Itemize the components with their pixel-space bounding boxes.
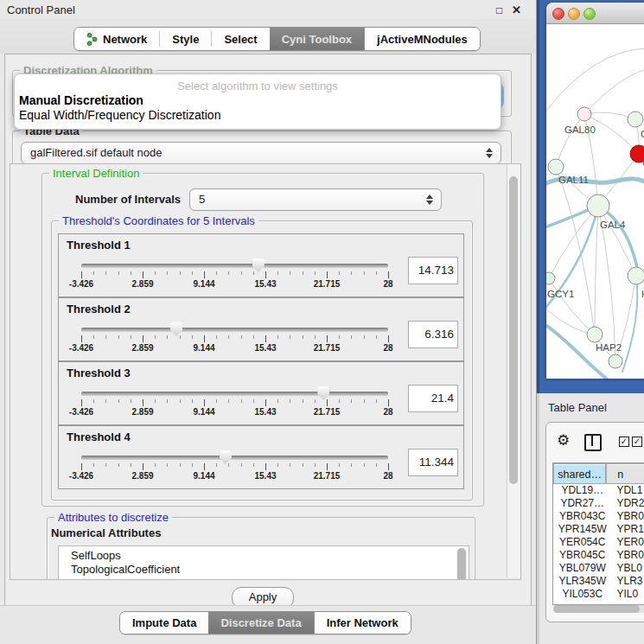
interval-definition-group: Interval Definition Number of Intervals … [41, 173, 484, 507]
threshold-1-value-field[interactable]: 14.713 [408, 257, 458, 284]
cell: YLR3 [611, 575, 644, 588]
tab-cyni-toolbox[interactable]: Cyni Toolbox [270, 28, 364, 50]
numerical-attributes-label: Numerical Attributes [51, 526, 161, 539]
table-horizontal-scrollbar[interactable] [553, 605, 644, 613]
cell: YDL19… [553, 484, 611, 497]
threshold-4-slider[interactable] [81, 456, 388, 460]
table-row[interactable]: YDL19…YDL1 [553, 484, 644, 497]
column-header-name[interactable]: n [606, 463, 644, 484]
threshold-2-label: Threshold 2 [67, 303, 131, 316]
table-row[interactable]: YBL079WYBL0 [553, 562, 644, 575]
network-icon [86, 33, 98, 46]
cell: YIL0 [611, 588, 644, 601]
threshold-2-value-field[interactable]: 6.316 [408, 321, 458, 348]
table-row[interactable]: YIL053CYIL0 [553, 588, 644, 601]
column-header-shared-name[interactable]: shared… [553, 463, 606, 484]
node-hap2[interactable] [587, 327, 603, 342]
tick-label: 21.715 [314, 279, 341, 289]
node-bottom[interactable] [609, 354, 622, 368]
tab-jactivemnodules[interactable]: jActiveMNodules [364, 28, 480, 50]
table-row[interactable]: YBR045CYBR0 [553, 549, 644, 562]
tick-label: -3.426 [69, 471, 93, 481]
threshold-3-slider-thumb[interactable] [317, 386, 329, 400]
tab-network[interactable]: Network [74, 28, 159, 50]
node-gal4[interactable] [587, 194, 609, 217]
table-row[interactable]: YLR345WYLR3 [553, 575, 644, 588]
settings-vertical-scrollbar[interactable] [507, 164, 520, 577]
select-all-columns-icon[interactable]: ✓ [632, 437, 642, 447]
list-item[interactable]: TopologicalCoefficient [59, 563, 469, 577]
cell: YBR0 [611, 510, 644, 523]
network-canvas[interactable]: GAL80 G C GAL11 GAL4 GCY1 H HAP2 [546, 24, 644, 379]
threshold-1-slider-thumb[interactable] [252, 258, 265, 272]
bottom-tab-bar: Impute Data Discretize Data Infer Networ… [119, 611, 411, 634]
network-window-titlebar[interactable] [546, 3, 644, 24]
table-row[interactable]: YPR145WYPR1 [553, 523, 644, 536]
tick-label: 21.715 [314, 407, 341, 417]
tick-label: 28 [383, 471, 392, 481]
zoom-window-icon[interactable] [583, 8, 596, 20]
threshold-2-slider[interactable] [81, 328, 388, 332]
tab-select[interactable]: Select [212, 28, 269, 50]
list-scrollbar[interactable] [456, 548, 467, 580]
tab-style[interactable]: Style [160, 28, 211, 50]
node-gal80[interactable] [577, 107, 591, 121]
dropdown-option-manual[interactable]: Manual Discretization [15, 93, 501, 108]
node-gal11[interactable] [548, 159, 564, 175]
node-gcy1[interactable] [546, 272, 555, 284]
algorithm-dropdown-popup: Select algorithm to view settings Manual… [14, 73, 501, 130]
threshold-4-panel: Threshold 4 -3.426 2.859 9.144 15.43 21.… [58, 425, 464, 489]
panel-title: Control Panel [7, 3, 75, 16]
slider-ticks [81, 335, 390, 342]
table-row[interactable]: YBR043CYBR0 [553, 510, 644, 523]
tick-label: 9.144 [193, 471, 214, 481]
threshold-3-value-field[interactable]: 21.4 [408, 385, 458, 412]
table-settings-gear-icon[interactable]: ⚙ [557, 433, 570, 448]
tab-discretize-data[interactable]: Discretize Data [208, 612, 313, 634]
num-intervals-combobox[interactable]: 5 [189, 188, 442, 211]
list-item[interactable]: SelfLoops [59, 546, 469, 563]
threshold-4-value-field[interactable]: 11.344 [408, 449, 458, 476]
top-tab-strip: Network Style Select Cyni Toolbox jActiv… [0, 19, 536, 54]
tab-impute-data[interactable]: Impute Data [120, 612, 208, 634]
node-label: HAP2 [596, 342, 622, 353]
node-top-right[interactable] [628, 112, 643, 127]
cell: YBR043C [553, 510, 611, 523]
table-panel: Table Panel ⚙ ✓ ✓ shared… n YDL19…YDL1 Y… [537, 393, 644, 644]
column-layout-icon[interactable] [584, 434, 602, 451]
cell: YPR1 [611, 523, 644, 536]
slider-ticks [81, 399, 390, 406]
cell: YBR045C [553, 549, 611, 562]
threshold-1-slider[interactable] [81, 264, 388, 268]
close-panel-icon[interactable]: ✕ [512, 3, 521, 16]
select-columns-icon[interactable]: ✓ [619, 437, 629, 447]
cell: YIL053C [553, 588, 611, 601]
threshold-1-label: Threshold 1 [67, 239, 131, 252]
dropdown-option-equal-width[interactable]: Equal Width/Frequency Discretization [15, 108, 501, 123]
tick-label: 2.859 [131, 471, 153, 481]
table-data-combobox[interactable]: galFiltered.sif default node [21, 142, 501, 164]
tab-jactivemnodules-label: jActiveMNodules [377, 33, 468, 46]
threshold-4-slider-thumb[interactable] [220, 450, 232, 464]
cell: YBL079W [553, 562, 611, 575]
tab-network-label: Network [103, 33, 147, 46]
tab-infer-network-label: Infer Network [327, 616, 399, 629]
close-window-icon[interactable] [552, 8, 564, 20]
tick-label: 2.859 [131, 407, 153, 417]
node-label: GAL4 [600, 220, 626, 230]
tab-infer-network[interactable]: Infer Network [314, 612, 411, 634]
node-h[interactable] [628, 267, 644, 284]
numerical-attributes-list: SelfLoops TopologicalCoefficient Between… [58, 545, 469, 580]
table-row[interactable]: YDR27…YDR2 [553, 497, 644, 510]
list-item[interactable]: BetweennessCentrality [59, 577, 469, 580]
minimize-window-icon[interactable] [568, 8, 580, 20]
float-window-icon[interactable]: □ [496, 4, 502, 16]
tick-label: 28 [383, 279, 392, 289]
threshold-3-slider[interactable] [81, 392, 388, 396]
cell: YDL1 [611, 484, 644, 497]
control-panel: Control Panel □ ✕ Network Style [0, 0, 537, 644]
threshold-2-slider-thumb[interactable] [170, 322, 182, 336]
attributes-group-title: Attributes to discretize [54, 511, 172, 524]
tick-label: 15.43 [254, 279, 276, 289]
table-row[interactable]: YER054CYER0 [553, 536, 644, 549]
